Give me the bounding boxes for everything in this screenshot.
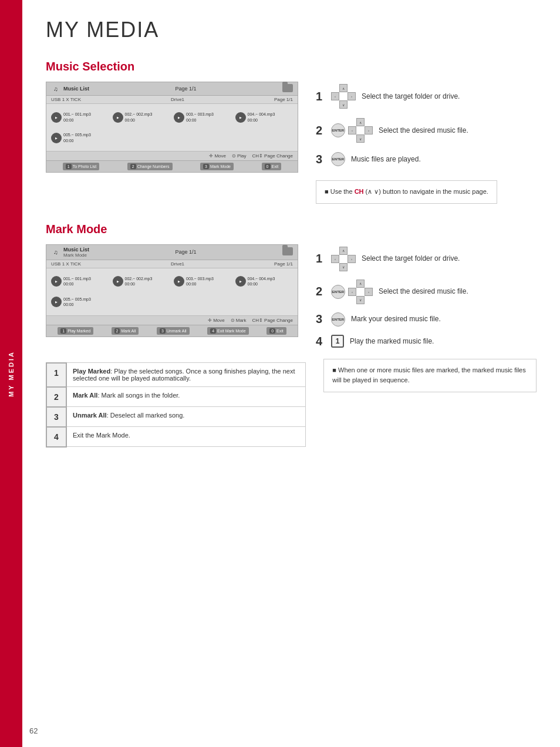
- mm-dpad-e8: [365, 296, 373, 304]
- music-selection-layout: ♫ Music List Page 1/1 USB 1 X TICK Drive…: [46, 82, 537, 204]
- mm-step-2-number: 2: [316, 285, 325, 298]
- dpad-right-1: ›: [348, 92, 356, 100]
- mm-file-info-4: 004.~ 004.mp3 00:00: [248, 276, 275, 287]
- mm-file-info-1: 001.~ 001.mp3 00:00: [63, 276, 91, 287]
- mm-move-icon: ✛: [208, 318, 212, 323]
- mm-enter-btn-3: ENTER: [331, 312, 345, 327]
- mm-dpad-e5: [348, 280, 356, 288]
- mm-file-info-3: 003.~ 003.mp3 00:00: [186, 276, 214, 287]
- btn-exit: 0 Exit: [262, 163, 282, 170]
- step-1-number: 1: [316, 90, 325, 103]
- file-info-5: 005.~ 005.mp3 00:00: [63, 132, 91, 143]
- step-2-row: 2 ENTER ∧ ‹ ›: [316, 118, 497, 143]
- mm-step-1-controls: ∧ ‹ › ∨: [331, 247, 356, 271]
- file-item-5: 005.~ 005.mp3 00:00: [51, 129, 109, 146]
- mm-screen-folder-icon: [282, 247, 293, 257]
- nav-play: ⊙ Play: [232, 153, 247, 159]
- file-item-3: 003.~ 003.mp3 00:00: [174, 109, 232, 126]
- screen-usb-row: USB 1 X TICK Drive1 Page 1/1: [46, 96, 298, 104]
- mm-dpad-e4: [348, 263, 356, 271]
- step-2-number: 2: [316, 124, 325, 137]
- dpad-empty3: [331, 100, 339, 109]
- step-3-controls: ENTER: [331, 152, 345, 166]
- mm-dpad-1: ∧ ‹ › ∨: [331, 247, 356, 271]
- drive-label: Drive1: [171, 97, 184, 102]
- mm-nav-move: ✛ Move: [208, 318, 225, 323]
- dpad-center-1: [339, 92, 348, 100]
- mm-file-icon-3: [174, 276, 184, 287]
- music-selection-info-box: ■ Use the CH (∧ ∨) button to navigate in…: [316, 180, 497, 204]
- mm-dpad-center-1: [339, 255, 348, 263]
- screen-files: 001.~ 001.mp3 00:00 002.~ 002.mp3 00:00: [46, 104, 298, 151]
- mark-mode-info-box: ■ When one or more music files are marke…: [323, 359, 537, 392]
- file-info-1: 001.~ 001.mp3 00:00: [63, 112, 91, 122]
- screen-header-left: ♫ Music List: [51, 84, 89, 93]
- screen-folder-icon: [282, 84, 293, 93]
- mm-step-4-text: Play the marked music file.: [350, 337, 434, 346]
- mm-file-item-2: 002.~ 002.mp3 00:00: [113, 273, 171, 290]
- mm-step-3-number: 3: [316, 312, 325, 326]
- info-num-2: 2: [46, 387, 66, 407]
- mm-step-3-text: Mark your desired music file.: [351, 314, 441, 324]
- screen-header-title: Music List: [63, 86, 89, 92]
- mm-step-3-row: 3 ENTER Mark your desired music file.: [316, 312, 468, 327]
- nav-page-change: CH⇕ Page Change: [252, 153, 294, 159]
- mm-step-2-row: 2 ENTER ∧ ‹ ›: [316, 280, 468, 304]
- mm-screen-page-label: Page 1/1: [175, 249, 196, 255]
- screen-buttons-row: 1 To Photo List 2 Change Numbers 3 Mark …: [46, 160, 298, 172]
- screen-title-block: Music List: [63, 86, 89, 92]
- btn-photo-list: 1 To Photo List: [63, 163, 99, 170]
- file-info-2: 002.~ 002.mp3 00:00: [125, 112, 153, 122]
- dpad-down-2: ∨: [356, 134, 365, 143]
- mm-btn-mark-all: 2 Mark All: [112, 327, 139, 335]
- main-content: MY MEDIA Music Selection ♫ Music List Pa…: [22, 0, 560, 490]
- mm-dpad-e7: [348, 296, 356, 304]
- file-icon-5: [51, 133, 62, 143]
- mm-screen-header-sub: Mark Mode: [63, 253, 89, 258]
- mm-usb-label: USB 1 X TICK: [51, 261, 81, 267]
- mm-file-info-5: 005.~ 005.mp3 00:00: [63, 297, 91, 307]
- mark-mode-section: Mark Mode ♫ Music List Mark Mode Page 1/…: [46, 223, 537, 447]
- mm-file-icon-4: [235, 276, 246, 287]
- nav-move: ✛ Move: [209, 153, 226, 159]
- file-icon-1: [51, 112, 62, 123]
- mm-file-item-5: 005.~ 005.mp3 00:00: [51, 294, 109, 311]
- dpad-empty8: [365, 134, 373, 143]
- mm-dpad-down-2: ∨: [356, 296, 365, 304]
- mm-dpad-left-1: ‹: [331, 255, 339, 263]
- mm-file-item-3: 003.~ 003.mp3 00:00: [174, 273, 232, 290]
- step-3-text: Music files are played.: [351, 154, 421, 164]
- screen-nav-row: ✛ Move ⊙ Play CH⇕ Page Change: [46, 151, 298, 160]
- info-num-1: 1: [46, 363, 66, 387]
- dpad-down-1: ∨: [339, 100, 348, 109]
- screen-header: ♫ Music List Page 1/1: [46, 82, 298, 96]
- dpad-up-1: ∧: [339, 84, 348, 92]
- mm-screen-header-title: Music List: [63, 247, 89, 253]
- mm-screen-usb-row: USB 1 X TICK Drive1 Page 1/1: [46, 260, 298, 268]
- mm-dpad-up-1: ∧: [339, 247, 348, 255]
- music-selection-steps: 1 ∧ ‹ ›: [316, 84, 497, 204]
- step-3-number: 3: [316, 153, 325, 166]
- mm-screen-files: 001.~ 001.mp3 00:00 002.~ 002.mp3 00:00: [46, 268, 298, 315]
- mm-drive-label: Drive1: [171, 261, 184, 267]
- dpad-1: ∧ ‹ › ∨: [331, 84, 356, 109]
- mm-step-3-controls: ENTER: [331, 312, 345, 327]
- step-1-controls: ∧ ‹ › ∨: [331, 84, 356, 109]
- btn-mark-mode: 3 Mark Mode: [200, 163, 234, 170]
- mm-page-right: Page 1/1: [274, 261, 293, 267]
- mm-music-note-icon: ♫: [51, 247, 60, 257]
- screen-page-label: Page 1/1: [175, 86, 196, 92]
- mm-btn-unmark-all: 3 Unmark All: [157, 327, 190, 335]
- dpad-empty2: [348, 84, 356, 92]
- sidebar-label: MY MEDIA: [8, 351, 15, 397]
- mm-dpad-right-1: ›: [348, 255, 356, 263]
- mm-step-2-controls: ENTER ∧ ‹ ›: [331, 280, 373, 304]
- mm-file-icon-2: [113, 276, 123, 287]
- mm-dpad-e3: [331, 263, 339, 271]
- step-2-text: Select the desired music file.: [379, 126, 468, 136]
- step-1-text: Select the target folder or drive.: [362, 92, 460, 102]
- mm-dpad-right-2: ›: [365, 288, 373, 296]
- info-row-1: 1 Play Marked: Play the selected songs. …: [46, 363, 306, 387]
- dpad-left-2: ‹: [348, 126, 356, 134]
- step-1-row: 1 ∧ ‹ ›: [316, 84, 497, 109]
